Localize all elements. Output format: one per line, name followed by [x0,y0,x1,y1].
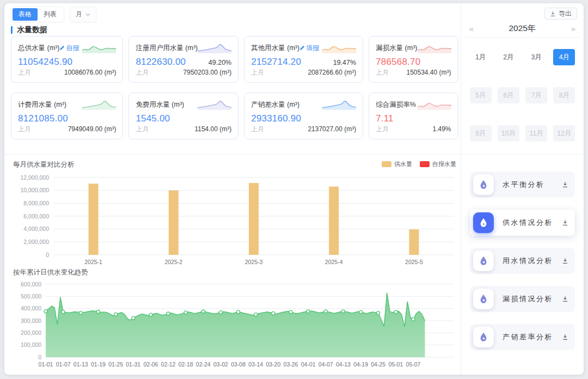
svg-text:100,000: 100,000 [21,341,41,348]
download-icon [550,11,556,17]
svg-text:03-20: 03-20 [266,361,280,368]
svg-text:03-26: 03-26 [284,361,298,368]
download-icon[interactable] [562,334,568,340]
sparkline-icon [322,42,356,53]
stat-card: 漏损水量 (m³) 786568.70 上月 150534.40 (m³) [369,36,458,83]
card-value-row: 11054245.90 [18,57,116,68]
prev-month-label: 上月 [251,68,264,77]
period-select[interactable]: 月 [70,7,96,22]
calendar-month-button: 10月 [498,125,519,142]
card-action-link[interactable]: 填报 [299,44,319,53]
sparkline-icon [418,42,451,53]
analysis-menu-item[interactable]: 漏损情况分析 [470,286,575,312]
next-year-button[interactable]: » [567,24,579,33]
prev-month-label: 上月 [18,125,31,134]
svg-text:01-31: 01-31 [126,361,140,368]
calendar-month-button: 5月 [470,87,492,103]
calendar-month-button[interactable]: 4月 [553,49,575,65]
card-action-label: 填报 [306,44,319,53]
calendar-month-button[interactable]: 2月 [498,49,519,65]
stat-cards-grid: 总供水量 (m³) 自报 11054245.90 上月 10086076.00 … [11,36,453,139]
svg-text:10,000,000: 10,000,000 [20,187,49,193]
svg-text:2025-3: 2025-3 [245,259,263,265]
prev-year-button[interactable]: « [465,24,477,33]
analysis-menu-item[interactable]: 水平衡分析 [470,172,575,198]
svg-text:02-18: 02-18 [179,361,193,368]
svg-text:03-08: 03-08 [231,361,246,368]
svg-text:01-19: 01-19 [91,361,106,368]
card-header: 其他用水量 (m³) 填报 [251,42,356,54]
page-title: 水量数据 [17,25,47,35]
prev-month-label: 上月 [376,68,389,77]
area-chart-section: 按年累计日供水变化趋势 0100,000200,000300,000400,00… [13,268,458,370]
download-icon[interactable] [562,219,568,226]
card-value-row: 2152714.20 19.47% [251,57,356,68]
legend-swatch-supply [382,161,391,167]
card-value-row: 786568.70 [376,57,451,68]
calendar-month-button: 6月 [498,87,519,103]
svg-text:03-02: 03-02 [213,361,228,368]
card-value-row: 2933160.90 [251,113,356,124]
sparkline-icon [82,99,116,110]
prev-month-value: 150534.40 (m³) [406,69,451,76]
legend-label: 供水量 [394,160,412,168]
download-icon[interactable] [562,296,568,302]
analysis-menu-item[interactable]: 用水情况分析 [470,248,575,274]
sparkline-icon [322,99,356,110]
divider [4,154,461,155]
bar-chart-section: 每月供水量对比分析 供水量 自报水量 02,000,0004,000,0006,… [13,160,458,268]
stat-card: 总供水量 (m³) 自报 11054245.90 上月 10086076.00 … [11,36,123,83]
side-panel: 导出 « 2025年 » 1月2月3月4月5月6月7月8月9月10月11月12月… [461,3,584,375]
svg-text:0: 0 [38,354,41,360]
section-header: 水量数据 [11,25,47,35]
svg-text:05-01: 05-01 [388,361,403,368]
stat-card: 计费用水量 (m³) 8121085.00 上月 7949049.00 (m³) [11,93,123,139]
svg-text:2,000,000: 2,000,000 [23,239,49,245]
card-footer: 上月 7949049.00 (m³) [18,125,116,134]
legend-label: 自报水量 [432,160,456,168]
section-accent-bar [11,26,13,34]
toolbar: 表格 列表 月 [11,7,96,22]
card-footer: 上月 2137027.00 (m³) [251,125,356,134]
analysis-menu-item[interactable]: 供水情况分析 [470,210,575,236]
svg-text:04-25: 04-25 [371,361,385,368]
card-header: 计费用水量 (m³) [18,99,116,111]
analysis-menu-item[interactable]: 产销差率分析 [470,324,575,350]
card-value-row: 7.11 [376,113,451,124]
card-header: 总供水量 (m³) 自报 [18,42,116,54]
svg-text:2025-5: 2025-5 [405,259,423,265]
legend-item-supply[interactable]: 供水量 [382,160,412,168]
calendar-month-button[interactable]: 3月 [525,49,547,65]
card-percent: 49.20% [209,59,231,66]
calendar-month-button: 9月 [470,125,492,142]
card-title: 计费用水量 (m³) [18,100,66,109]
download-icon[interactable] [562,258,568,264]
svg-text:2025-1: 2025-1 [84,259,102,265]
prev-month-label: 上月 [136,68,149,77]
prev-month-label: 上月 [251,125,264,134]
calendar-month-button[interactable]: 1月 [470,49,492,65]
menu-label: 供水情况分析 [503,218,553,228]
svg-text:05-07: 05-07 [406,361,421,368]
menu-label: 漏损情况分析 [503,294,553,304]
tab-list[interactable]: 列表 [38,8,63,21]
card-footer: 上月 2087266.60 (m³) [251,68,356,77]
card-action-link[interactable]: 自报 [59,44,79,53]
export-button[interactable]: 导出 [544,8,577,20]
prev-month-label: 上月 [376,125,389,134]
svg-text:600,000: 600,000 [21,281,41,288]
view-switcher: 表格 列表 [11,7,64,22]
svg-text:02-06: 02-06 [143,361,158,368]
svg-text:04-07: 04-07 [318,361,333,368]
menu-label: 用水情况分析 [503,256,553,266]
card-title: 漏损水量 (m³) [376,44,417,53]
area-chart-title: 按年累计日供水变化趋势 [13,268,458,277]
download-icon[interactable] [562,181,568,188]
card-title: 免费用水量 (m³) [136,100,184,109]
legend-item-self-report[interactable]: 自报水量 [420,160,456,168]
svg-text:300,000: 300,000 [21,317,41,324]
card-value: 11054245.90 [18,57,72,68]
calendar-year: 2025年 [477,23,567,34]
calendar-month-button: 7月 [525,87,547,103]
tab-table[interactable]: 表格 [13,8,38,21]
